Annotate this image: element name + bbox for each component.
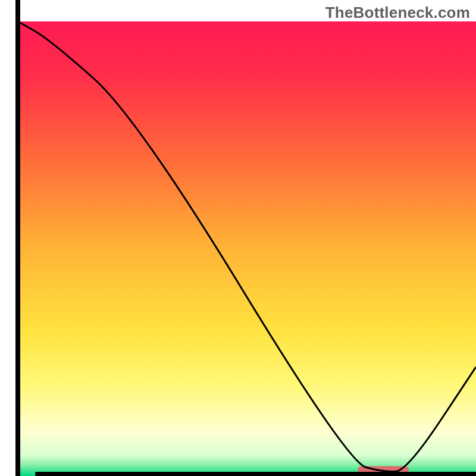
chart-frame: TheBottleneck.com <box>0 0 476 476</box>
bottleneck-chart <box>0 0 476 476</box>
gradient-background <box>18 21 476 476</box>
watermark-text: TheBottleneck.com <box>325 4 470 22</box>
